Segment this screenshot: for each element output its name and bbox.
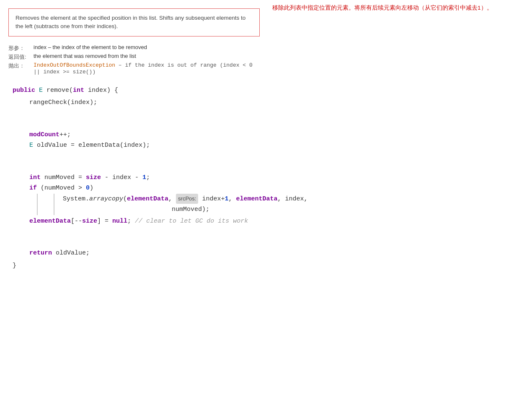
throws-link[interactable]: IndexOutOfBoundsException xyxy=(34,62,115,68)
doc-left: Removes the element at the specified pos… xyxy=(8,8,260,75)
code-line-10: return oldValue; xyxy=(13,248,524,259)
code-block-arraycopy: System.arraycopy(elementData, srcPos: in… xyxy=(13,194,524,215)
throws-mid: – if the index is out of range ( xyxy=(115,62,223,68)
throws-end: ) xyxy=(92,69,96,75)
code-blank-1 xyxy=(13,108,524,119)
code-line-2: rangeCheck(index); xyxy=(13,97,524,108)
code-blank-4 xyxy=(13,161,524,172)
kw-null: null xyxy=(112,216,127,227)
doc-right: 移除此列表中指定位置的元素。将所有后续元素向左移动（从它们的索引中减去1）。 xyxy=(272,3,524,75)
params-table: 形参： index – the index of the element to … xyxy=(8,44,260,75)
throws-value: IndexOutOfBoundsException – if the index… xyxy=(34,62,260,75)
srcpos-badge: srcPos: xyxy=(176,194,198,204)
num-1: 1 xyxy=(142,172,146,183)
kw-public: public xyxy=(13,85,35,96)
num-1b: 1 xyxy=(225,194,228,205)
params-value: index – the index of the element to be r… xyxy=(34,44,260,52)
kw-if: if xyxy=(29,183,37,194)
code-line-3: modCount++; xyxy=(13,130,524,140)
block-content: System.arraycopy(elementData, srcPos: in… xyxy=(54,194,308,215)
kw-elementdata-3: elementData xyxy=(29,216,71,227)
code-area: public E remove(int index) { rangeCheck(… xyxy=(8,85,524,271)
returns-value: the element that was removed from the li… xyxy=(34,53,260,61)
code-blank-5 xyxy=(13,226,524,237)
code-line-8: numMoved); xyxy=(54,204,308,215)
code-line-4: E oldValue = elementData(index); xyxy=(13,140,524,151)
block-bar-left xyxy=(37,194,38,215)
arraycopy-method: arraycopy xyxy=(89,194,123,205)
code-line-11: } xyxy=(13,260,524,271)
num-0: 0 xyxy=(86,183,90,194)
code-line-5: int numMoved = size - index - 1; xyxy=(13,172,524,183)
code-line-7: System.arraycopy(elementData, srcPos: in… xyxy=(54,194,308,205)
kw-modcount: modCount xyxy=(29,130,59,140)
kw-elementdata-2: elementData xyxy=(236,194,277,205)
doc-description: Removes the element at the specified pos… xyxy=(15,14,253,31)
kw-size-2: size xyxy=(82,216,97,227)
throws-label: 抛出： xyxy=(8,62,30,75)
kw-return: return xyxy=(29,248,52,259)
doc-area: Removes the element at the specified pos… xyxy=(8,8,524,75)
kw-size: size xyxy=(86,172,101,183)
doc-box: Removes the element at the specified pos… xyxy=(8,8,260,36)
kw-int-2: int xyxy=(29,172,41,183)
kw-int-1: int xyxy=(73,85,84,96)
code-blank-6 xyxy=(13,237,524,248)
code-blank-3 xyxy=(13,151,524,162)
code-line-1: public E remove(int index) { xyxy=(13,85,524,96)
code-line-9: elementData[--size] = null; // clear to … xyxy=(13,216,524,227)
params-label: 形参： xyxy=(8,44,30,52)
kw-elementdata-1: elementData xyxy=(127,194,168,205)
comment-gc: // clear to let GC do its work xyxy=(135,216,248,227)
type-e: E xyxy=(39,85,43,96)
type-e-2: E xyxy=(29,140,33,151)
doc-description-cn: 移除此列表中指定位置的元素。将所有后续元素向左移动（从它们的索引中减去1）。 xyxy=(272,5,493,11)
code-line-6: if (numMoved > 0) xyxy=(13,183,524,194)
returns-label: 返回值: xyxy=(8,53,30,61)
main-container: Removes the element at the specified pos… xyxy=(8,8,524,271)
code-blank-2 xyxy=(13,119,524,130)
